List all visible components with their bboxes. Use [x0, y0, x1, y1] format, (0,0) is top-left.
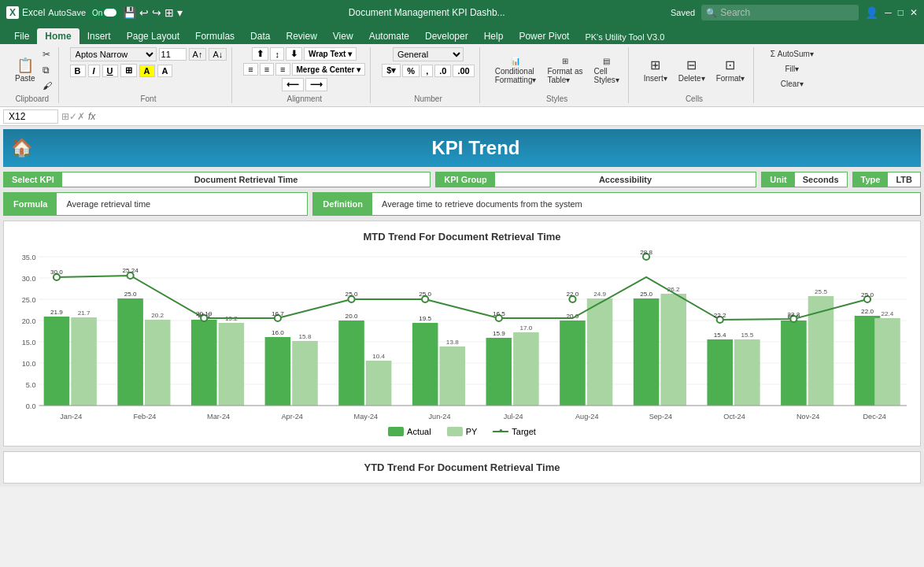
maximize-icon[interactable]: □: [898, 7, 904, 18]
delete-label: Delete▾: [678, 74, 705, 83]
currency-button[interactable]: $▾: [382, 64, 401, 77]
ribbon: 📋 Paste ✂ ⧉ 🖌 Clipboard Aptos Narro: [0, 44, 924, 107]
format-as-table-button[interactable]: ⊞ Format asTable▾: [543, 54, 586, 87]
conditional-formatting-button[interactable]: 📊 ConditionalFormatting▾: [491, 54, 541, 87]
legend-py: PY: [447, 427, 478, 436]
format-button[interactable]: ⊡ Format▾: [712, 55, 749, 85]
tab-review[interactable]: Review: [278, 28, 324, 44]
bar-actual-feb: [117, 298, 143, 406]
bar-actual-jul: [486, 338, 512, 406]
insert-button[interactable]: ⊞ Insert▾: [640, 55, 671, 85]
bar-actual-may: [338, 321, 364, 406]
svg-text:Feb-24: Feb-24: [133, 413, 156, 421]
wrap-text-button[interactable]: Wrap Text ▾: [304, 47, 357, 61]
comma-button[interactable]: ,: [421, 65, 433, 77]
number-format-select[interactable]: General: [393, 47, 464, 61]
tab-view[interactable]: View: [325, 28, 361, 44]
cell-styles-button[interactable]: ▤ CellStyles▾: [590, 54, 623, 87]
fill-color-button[interactable]: A: [139, 65, 155, 77]
tab-page-layout[interactable]: Page Layout: [119, 28, 187, 44]
legend-py-color: [447, 427, 463, 436]
svg-text:22.2: 22.2: [714, 312, 726, 319]
unit-value[interactable]: Seconds: [795, 172, 847, 187]
percent-button[interactable]: %: [402, 65, 419, 77]
tab-formulas[interactable]: Formulas: [187, 28, 242, 44]
format-icon: ⊡: [725, 57, 735, 72]
svg-text:19.5: 19.5: [419, 315, 431, 322]
align-left-button[interactable]: ≡: [243, 63, 257, 76]
svg-text:25.0: 25.0: [22, 296, 36, 304]
border-button[interactable]: ⊞: [120, 64, 137, 77]
clipboard-label: Clipboard: [15, 93, 49, 103]
align-bottom-button[interactable]: ⬇: [286, 47, 302, 61]
select-kpi-value[interactable]: Document Retrieval Time: [62, 172, 431, 187]
type-value[interactable]: LTB: [888, 172, 920, 187]
bar-actual-apr: [265, 337, 291, 406]
tab-developer[interactable]: Developer: [417, 28, 476, 44]
bold-button[interactable]: B: [70, 65, 86, 77]
font-decrease-button[interactable]: A↓: [209, 48, 227, 61]
increase-indent-button[interactable]: ⟶: [305, 78, 327, 91]
table-icon[interactable]: ⊞: [164, 6, 174, 19]
autosave-toggle[interactable]: On: [89, 7, 120, 19]
copy-button[interactable]: ⧉: [41, 63, 54, 77]
save-icon[interactable]: 💾: [123, 6, 136, 19]
cell-reference-input[interactable]: [3, 109, 58, 124]
align-middle-button[interactable]: ↕: [270, 47, 284, 61]
format-painter-button[interactable]: 🖌: [41, 79, 54, 93]
home-icon[interactable]: 🏠: [11, 138, 32, 158]
autosum-button[interactable]: Σ AutoSum▾: [767, 47, 818, 61]
tab-help[interactable]: Help: [476, 28, 512, 44]
increase-decimal-button[interactable]: .0: [434, 65, 451, 77]
cond-format-label: ConditionalFormatting▾: [495, 67, 537, 84]
more-tools-icon[interactable]: ▾: [177, 6, 183, 19]
align-top-button[interactable]: ⬆: [252, 47, 268, 61]
fill-button[interactable]: Fill▾: [781, 62, 803, 76]
delete-button[interactable]: ⊟ Delete▾: [675, 55, 709, 85]
svg-text:10.0: 10.0: [22, 360, 36, 368]
clear-button[interactable]: Clear▾: [777, 77, 808, 91]
bar-actual-mar: [191, 320, 217, 406]
font-family-select[interactable]: Aptos Narrow: [70, 47, 157, 61]
format-table-label: Format asTable▾: [547, 67, 582, 84]
underline-button[interactable]: U: [102, 65, 118, 77]
font-increase-button[interactable]: A↑: [189, 48, 207, 61]
legend-py-label: PY: [466, 427, 478, 436]
align-right-button[interactable]: ≡: [275, 63, 290, 76]
autosave-label: AutoSave: [48, 8, 86, 17]
undo-icon[interactable]: ↩: [139, 6, 149, 19]
kpi-group-value[interactable]: Accessibility: [495, 172, 756, 187]
tab-data[interactable]: Data: [242, 28, 278, 44]
redo-icon[interactable]: ↪: [152, 6, 161, 19]
tab-file[interactable]: File: [6, 28, 37, 44]
bar-py-feb: [145, 320, 171, 406]
close-icon[interactable]: ✕: [910, 7, 918, 18]
bar-py-jun: [440, 346, 466, 406]
mtd-chart-title: MTD Trend For Document Retrieval Time: [13, 231, 911, 243]
search-wrapper[interactable]: 🔍: [701, 5, 859, 20]
tab-pk-utility[interactable]: PK's Utility Tool V3.0: [577, 30, 672, 44]
paste-button[interactable]: 📋 Paste: [11, 56, 39, 85]
tab-insert[interactable]: Insert: [79, 28, 119, 44]
tab-home[interactable]: Home: [37, 28, 79, 44]
insert-label: Insert▾: [644, 74, 667, 83]
tab-automate[interactable]: Automate: [361, 28, 417, 44]
user-icon[interactable]: 👤: [865, 6, 878, 19]
font-size-input[interactable]: [159, 48, 187, 61]
legend-actual-label: Actual: [407, 427, 431, 436]
minimize-icon[interactable]: ─: [885, 7, 892, 18]
chart-legend: Actual PY Target: [13, 427, 911, 436]
decrease-indent-button[interactable]: ⟵: [282, 78, 304, 91]
tab-power-pivot[interactable]: Power Pivot: [511, 28, 577, 44]
align-center-button[interactable]: ≡: [260, 63, 274, 76]
cut-button[interactable]: ✂: [41, 47, 54, 61]
decrease-decimal-button[interactable]: .00: [453, 65, 474, 77]
toggle-knob: [104, 9, 116, 17]
svg-text:30.0: 30.0: [22, 275, 36, 283]
merge-button[interactable]: Merge & Center ▾: [292, 63, 366, 76]
search-input[interactable]: [701, 5, 859, 20]
cell-styles-label: CellStyles▾: [593, 67, 619, 84]
formula-input[interactable]: [98, 111, 921, 122]
italic-button[interactable]: I: [88, 65, 100, 77]
font-color-button[interactable]: A: [157, 65, 173, 77]
